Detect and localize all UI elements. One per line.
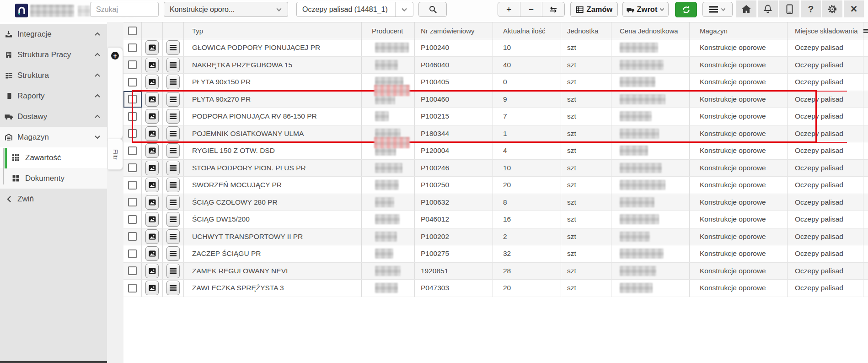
row-checkbox[interactable] [128, 181, 137, 190]
table-row[interactable]: PODPORA PIONUJĄCA RV 86-150 PRP1002157sz… [123, 108, 868, 125]
row-image-button[interactable] [145, 195, 159, 210]
header-miejsce-skladowania[interactable]: Miejsce składowania [788, 22, 863, 39]
row-checkbox[interactable] [128, 266, 137, 275]
sidebar-item-dokumenty[interactable]: Dokumenty [0, 168, 107, 189]
header-aktualna-ilosc[interactable]: Aktualna ilość [493, 22, 561, 39]
row-menu-button[interactable] [166, 178, 180, 192]
sidebar-collapse-button[interactable]: Zwiń [0, 189, 107, 209]
cell-jednostka: szt [561, 125, 611, 142]
row-image-button[interactable] [145, 109, 159, 124]
row-image-button[interactable] [145, 126, 159, 141]
refresh-button[interactable] [675, 2, 697, 17]
sidebar-item-zawartosc[interactable]: Zawartość [0, 147, 107, 168]
return-button[interactable]: Zwrot [622, 2, 669, 17]
header-producent[interactable]: Producent [362, 22, 415, 39]
table-row[interactable]: UCHWYT TRANSPORTOWY II PRP1002022sztKons… [123, 228, 868, 246]
row-menu-button[interactable] [166, 246, 180, 261]
select-all-checkbox[interactable] [128, 27, 137, 35]
row-checkbox[interactable] [128, 284, 137, 293]
row-checkbox[interactable] [128, 129, 137, 138]
location-dropdown[interactable]: Oczepy palisad (14481_1) [296, 2, 413, 17]
sidebar-item-raporty[interactable]: Raporty [0, 86, 107, 106]
column-settings-button[interactable] [863, 22, 868, 39]
row-menu-button[interactable] [166, 264, 180, 278]
header-nr-zamowieniowy[interactable]: Nr zamówieniowy [415, 22, 493, 39]
order-button[interactable]: Zamów [570, 2, 618, 17]
chevron-down-icon[interactable] [395, 2, 413, 16]
mobile-button[interactable] [779, 0, 799, 17]
row-checkbox[interactable] [128, 78, 137, 87]
table-row[interactable]: NAKRĘTKA PRZEGUBOWA 15P04604040sztKonstr… [123, 57, 868, 74]
sidebar-item-integracje[interactable]: Integracje [0, 24, 107, 44]
category-dropdown[interactable]: Konstrukcje oporo... [164, 2, 288, 17]
header-jednostka[interactable]: Jednostka [561, 22, 611, 39]
row-checkbox[interactable] [128, 146, 137, 155]
row-image-button[interactable] [145, 229, 159, 244]
sidebar-item-dostawy[interactable]: Dostawy [0, 106, 107, 127]
row-checkbox[interactable] [128, 198, 137, 206]
row-image-button[interactable] [145, 92, 159, 107]
search-button[interactable] [418, 2, 447, 17]
row-image-button[interactable] [145, 246, 159, 261]
transfer-button[interactable] [542, 2, 564, 16]
home-button[interactable] [736, 0, 756, 17]
row-image-button[interactable] [145, 264, 159, 278]
row-image-button[interactable] [145, 75, 159, 89]
table-row[interactable]: PŁYTA 90x270 PRP1004609sztKonstrukcje op… [123, 91, 868, 108]
row-menu-button[interactable] [166, 92, 180, 107]
table-row[interactable]: ŚCIĄG DW15/200P04601216sztKonstrukcje op… [123, 211, 868, 228]
row-image-button[interactable] [145, 178, 159, 192]
row-checkbox[interactable] [128, 163, 137, 172]
settings-button[interactable] [822, 0, 842, 17]
table-row[interactable]: ZAMEK REGULOWANY NEVI192085128sztKonstru… [123, 263, 868, 280]
table-row[interactable]: RYGIEL 150 Z OTW. DSDP1200044sztKonstruk… [123, 142, 868, 160]
add-filter-button[interactable]: + [111, 52, 119, 60]
row-image-button[interactable] [145, 161, 159, 175]
notifications-button[interactable] [758, 0, 778, 17]
row-checkbox[interactable] [128, 215, 137, 224]
subtract-button[interactable]: − [520, 2, 542, 16]
search-input[interactable] [90, 2, 159, 17]
table-row[interactable]: STOPA PODPORY PION. PLUS PRP10024610sztK… [123, 160, 868, 177]
row-checkbox[interactable] [128, 43, 137, 52]
row-image-button[interactable] [145, 143, 159, 158]
sidebar-item-magazyn[interactable]: Magazyn [0, 127, 107, 147]
row-menu-button[interactable] [166, 212, 180, 227]
header-typ[interactable]: Typ [184, 22, 362, 39]
row-menu-button[interactable] [166, 281, 180, 295]
row-menu-button[interactable] [166, 109, 180, 124]
table-row[interactable]: ZACZEP ŚCIĄGU PRP10027532sztKonstrukcje … [123, 245, 868, 263]
row-menu-button[interactable] [166, 75, 180, 89]
add-button[interactable]: + [498, 2, 520, 16]
sidebar-item-struktura-pracy[interactable]: Struktura Pracy [0, 44, 107, 65]
table-row[interactable]: POJEMNIK OSIATKOWANY ULMAP1803441sztKons… [123, 125, 868, 143]
row-menu-button[interactable] [166, 126, 180, 141]
row-checkbox[interactable] [128, 112, 137, 121]
row-checkbox[interactable] [128, 232, 137, 241]
filter-tab[interactable]: Filtr [108, 139, 123, 170]
help-button[interactable]: ? [801, 0, 821, 17]
row-menu-button[interactable] [166, 143, 180, 158]
more-menu-button[interactable] [702, 2, 733, 17]
row-image-button[interactable] [145, 40, 159, 55]
close-button[interactable]: × [844, 0, 864, 17]
header-cena-jednostkowa[interactable]: Cena Jednostkowa [611, 22, 690, 39]
row-checkbox[interactable] [128, 249, 137, 258]
header-magazyn[interactable]: Magazyn [690, 22, 788, 39]
row-checkbox[interactable] [128, 95, 137, 103]
row-image-button[interactable] [145, 58, 159, 72]
table-row[interactable]: GŁOWICA PODPORY PIONUJĄCEJ PRP10024010sz… [123, 39, 868, 57]
row-menu-button[interactable] [166, 195, 180, 210]
row-image-button[interactable] [145, 212, 159, 227]
sidebar-item-struktura[interactable]: Struktura [0, 65, 107, 86]
row-menu-button[interactable] [166, 40, 180, 55]
row-menu-button[interactable] [166, 58, 180, 72]
table-row[interactable]: ŚCIĄG CZOŁOWY 280 PRP1006328sztKonstrukc… [123, 194, 868, 211]
row-menu-button[interactable] [166, 229, 180, 244]
table-row[interactable]: SWORZEŃ MOCUJĄCY PRP10025020sztKonstrukc… [123, 177, 868, 194]
table-row[interactable]: ZAWLECZKA SPRĘŻYSTA 3P04730320sztKonstru… [123, 280, 868, 297]
row-image-button[interactable] [145, 281, 159, 295]
table-row[interactable]: PŁYTA 90x150 PRP1004050sztKonstrukcje op… [123, 74, 868, 91]
row-checkbox[interactable] [128, 60, 137, 69]
row-menu-button[interactable] [166, 161, 180, 175]
